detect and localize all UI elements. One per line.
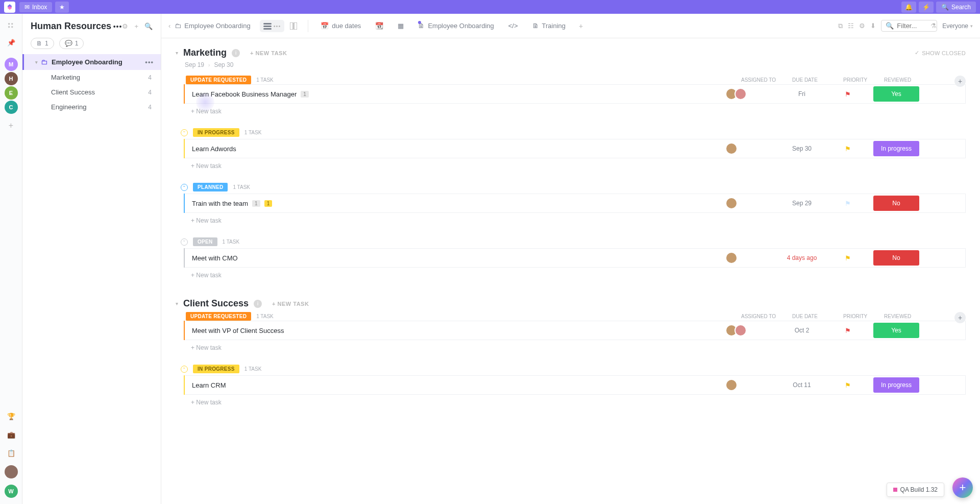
- task-row[interactable]: Learn CRM Oct 11 ⚑ In progress: [185, 375, 966, 395]
- docs-pill[interactable]: 🗎 1: [31, 38, 54, 49]
- user-avatar-2[interactable]: W: [5, 485, 18, 498]
- bolt-icon[interactable]: ⚡: [919, 2, 934, 13]
- reviewed-badge[interactable]: No: [873, 196, 919, 211]
- columns-icon[interactable]: ☷: [848, 22, 854, 30]
- add-column-button[interactable]: +: [954, 76, 966, 87]
- nav-back-icon[interactable]: ‹: [168, 22, 170, 30]
- add-task-inline[interactable]: + New task: [184, 395, 966, 410]
- reviewed-badge[interactable]: Yes: [873, 323, 919, 338]
- space-menu-icon[interactable]: •••: [113, 22, 122, 31]
- trophy-icon[interactable]: 🏆: [5, 410, 17, 422]
- calendar-tab[interactable]: 📆: [370, 22, 388, 30]
- status-badge[interactable]: OPEN: [193, 237, 217, 246]
- add-task-inline[interactable]: + New task: [184, 340, 966, 355]
- grid-tab[interactable]: ▦: [393, 22, 409, 30]
- reviewed-badge[interactable]: No: [873, 250, 919, 266]
- assignee-avatar[interactable]: [725, 252, 738, 264]
- settings-icon[interactable]: ⚙: [859, 22, 865, 30]
- clipboard-icon[interactable]: 📋: [5, 447, 17, 459]
- sidebar-list-item[interactable]: Engineering4: [22, 100, 161, 114]
- quick-create-button[interactable]: +: [952, 477, 973, 498]
- due-dates-tab[interactable]: 📅 due dates: [315, 22, 366, 30]
- add-column-button[interactable]: +: [954, 312, 966, 323]
- status-badge[interactable]: IN PROGRESS: [193, 128, 239, 137]
- task-row[interactable]: Meet with VP of Client Success Oct 2 ⚑ Y…: [185, 321, 966, 340]
- add-task-inline[interactable]: + New task: [184, 104, 966, 119]
- status-badge[interactable]: UPDATE REQUESTED: [186, 312, 251, 321]
- space-avatar[interactable]: C: [5, 101, 18, 114]
- status-toggle-icon[interactable]: [181, 238, 188, 246]
- space-avatar[interactable]: E: [5, 86, 18, 100]
- embed-tab[interactable]: </>: [503, 22, 523, 30]
- comments-pill[interactable]: 💬 1: [59, 38, 84, 49]
- priority-flag-icon[interactable]: ⚑: [845, 145, 851, 153]
- show-closed-button[interactable]: ✓SHOW CLOSED: [915, 50, 966, 56]
- add-view-button[interactable]: +: [575, 22, 587, 30]
- info-icon[interactable]: i: [254, 300, 262, 308]
- reviewed-badge[interactable]: In progress: [873, 377, 919, 393]
- assignee-filter[interactable]: Everyone ▾: [942, 22, 973, 30]
- add-task-inline[interactable]: + New task: [184, 268, 966, 283]
- breadcrumb[interactable]: 🗀 Employee Onboarding: [175, 22, 250, 30]
- priority-flag-icon[interactable]: ⚑: [845, 327, 851, 334]
- priority-flag-icon[interactable]: ⚑: [845, 381, 851, 389]
- sidebar-list-item[interactable]: Marketing4: [22, 70, 161, 85]
- task-row[interactable]: Meet with CMO 4 days ago ⚑ No: [185, 248, 966, 268]
- filter-icon[interactable]: ⚗: [930, 22, 937, 30]
- assignee-avatar[interactable]: [725, 379, 738, 391]
- assignee-avatar[interactable]: [725, 142, 738, 155]
- due-date[interactable]: Sep 30: [776, 145, 827, 152]
- info-icon[interactable]: i: [232, 49, 240, 57]
- add-task-inline[interactable]: + New task: [184, 213, 966, 228]
- gear-icon[interactable]: ⚙: [122, 22, 128, 30]
- build-badge[interactable]: QA Build 1.32: [887, 483, 944, 497]
- due-date[interactable]: Oct 2: [776, 327, 827, 334]
- view-tab[interactable]: 🗎Training: [527, 22, 571, 30]
- task-row[interactable]: Train with the team11 Sep 29 ⚑ No: [185, 194, 966, 213]
- group-collapse-icon[interactable]: ▾: [176, 301, 178, 306]
- status-toggle-icon[interactable]: [181, 129, 188, 136]
- folder-menu-icon[interactable]: •••: [145, 58, 154, 66]
- view-tab[interactable]: 🗎Employee Onboarding: [413, 22, 499, 30]
- priority-flag-icon[interactable]: ⚑: [845, 254, 851, 262]
- board-view-button[interactable]: [286, 20, 301, 32]
- briefcase-icon[interactable]: 💼: [5, 428, 17, 441]
- add-icon[interactable]: +: [134, 22, 138, 30]
- app-logo[interactable]: [4, 2, 15, 13]
- assignee-avatar[interactable]: [734, 88, 747, 100]
- due-date[interactable]: Sep 29: [776, 200, 827, 207]
- reviewed-badge[interactable]: In progress: [873, 141, 919, 156]
- status-badge[interactable]: IN PROGRESS: [193, 365, 239, 373]
- task-row[interactable]: Learn Adwords Sep 30 ⚑ In progress: [185, 139, 966, 158]
- status-toggle-icon[interactable]: [181, 184, 188, 191]
- new-task-button[interactable]: + NEW TASK: [272, 301, 309, 307]
- apps-icon[interactable]: [5, 20, 17, 32]
- search-button[interactable]: 🔍 Search: [936, 2, 976, 13]
- view-options-icon[interactable]: •••: [274, 23, 281, 29]
- sidebar-list-item[interactable]: Client Success4: [22, 85, 161, 100]
- filter-input[interactable]: [897, 22, 927, 30]
- new-task-button[interactable]: + NEW TASK: [250, 50, 287, 56]
- assignee-avatar[interactable]: [734, 324, 747, 337]
- reviewed-badge[interactable]: Yes: [873, 86, 919, 102]
- task-row[interactable]: Learn Facebook Business Manager1 Fri ⚑ Y…: [185, 84, 966, 104]
- favorites-button[interactable]: ★: [55, 2, 69, 13]
- copy-icon[interactable]: ⧉: [838, 22, 843, 30]
- group-collapse-icon[interactable]: ▾: [176, 50, 178, 56]
- add-space-button[interactable]: +: [9, 121, 13, 130]
- assignee-avatar[interactable]: [725, 197, 738, 209]
- download-icon[interactable]: ⬇: [870, 22, 876, 30]
- due-date[interactable]: Fri: [776, 90, 827, 98]
- status-toggle-icon[interactable]: [181, 366, 188, 373]
- sidebar-folder-employee-onboarding[interactable]: ▾ 🗀 Employee Onboarding •••: [22, 54, 161, 70]
- add-task-inline[interactable]: + New task: [184, 158, 966, 174]
- space-avatar[interactable]: M: [5, 58, 18, 71]
- priority-flag-icon[interactable]: ⚑: [845, 200, 851, 207]
- notifications-icon[interactable]: 🔔: [901, 2, 916, 13]
- status-badge[interactable]: UPDATE REQUESTED: [186, 76, 251, 84]
- priority-flag-icon[interactable]: ⚑: [845, 90, 851, 98]
- pin-icon[interactable]: 📌: [5, 36, 17, 49]
- filter-input-wrap[interactable]: 🔍 ⚗: [881, 20, 937, 32]
- due-date[interactable]: 4 days ago: [776, 254, 827, 261]
- list-view-button[interactable]: •••: [260, 20, 285, 32]
